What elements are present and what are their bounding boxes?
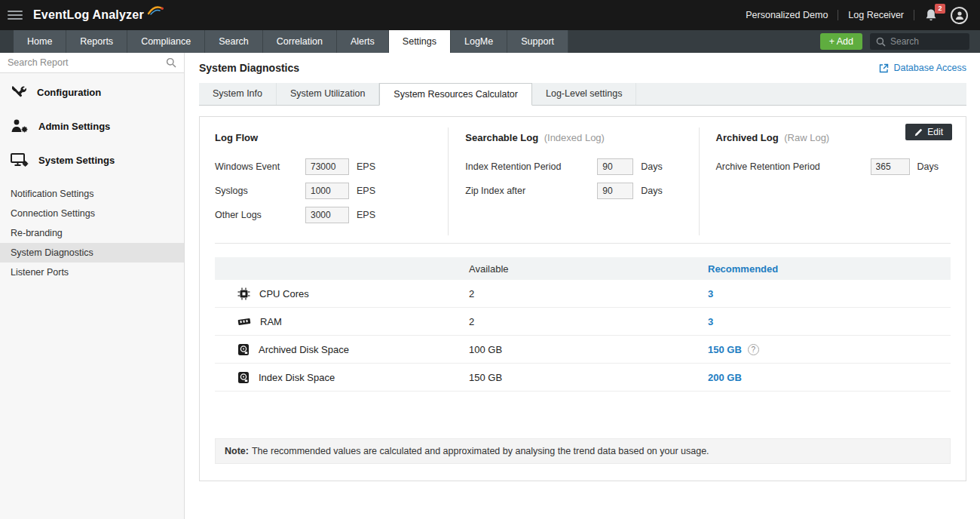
tab-system-resources-calculator[interactable]: System Resources Calculator	[379, 83, 532, 106]
search-icon	[876, 37, 886, 47]
notifications-bell-icon[interactable]: 2	[924, 7, 941, 23]
report-search-input[interactable]	[8, 57, 166, 68]
archive-retention-input[interactable]	[871, 158, 910, 175]
days-unit: Days	[917, 161, 939, 172]
search-icon	[166, 57, 176, 68]
pencil-icon	[914, 128, 923, 137]
disk-icon	[237, 371, 250, 384]
resources-calculator-panel: Edit Log Flow Windows Event EPS Syslogs …	[199, 116, 966, 481]
main-nav: Home Reports Compliance Search Correlati…	[0, 30, 980, 53]
recommended-value: 200 GB	[708, 372, 742, 383]
available-header: Available	[469, 263, 708, 275]
report-search[interactable]	[0, 53, 184, 73]
sidebar-section-label: Admin Settings	[38, 121, 110, 132]
topbar-divider	[838, 10, 838, 20]
table-row: RAM 2 3	[215, 308, 951, 336]
resources-table: Available Recommended CP	[215, 257, 951, 392]
available-value: 2	[469, 288, 708, 299]
table-row: Index Disk Space 150 GB 200 GB	[215, 364, 951, 392]
add-button[interactable]: + Add	[820, 33, 862, 50]
note-label: Note:	[225, 446, 249, 456]
user-avatar[interactable]	[951, 7, 968, 24]
searchable-log-title: Searchable Log	[465, 132, 538, 143]
main-content: System Diagnostics Database Access Syste…	[185, 53, 980, 519]
menu-icon[interactable]	[8, 11, 23, 20]
settings-tabstrip: System Info System Utilization System Re…	[199, 83, 966, 106]
days-unit: Days	[641, 186, 662, 196]
table-row: CPU Cores 2 3	[215, 280, 951, 308]
recommended-value: 3	[708, 288, 713, 299]
archived-log-subtitle: (Raw Log)	[784, 132, 829, 143]
recommended-value: 150 GB	[708, 344, 742, 355]
database-access-link[interactable]: Database Access	[879, 63, 966, 73]
sidebar-section-system-settings[interactable]: System Settings	[0, 145, 184, 175]
personalized-demo-label: Personalized Demo	[746, 10, 828, 20]
ram-icon	[237, 316, 251, 327]
external-link-icon	[879, 63, 889, 73]
global-search[interactable]	[870, 33, 969, 50]
nav-tab-search[interactable]: Search	[205, 30, 263, 53]
sidebar-item-listener-ports[interactable]: Listener Ports	[0, 263, 184, 282]
nav-tab-compliance[interactable]: Compliance	[127, 30, 205, 53]
edit-button[interactable]: Edit	[905, 124, 952, 140]
nav-tab-home[interactable]: Home	[14, 30, 66, 53]
nav-tab-correlation[interactable]: Correlation	[263, 30, 337, 53]
user-gear-icon	[11, 118, 29, 134]
searchable-log-subtitle: (Indexed Log)	[544, 132, 605, 143]
log-flow-title: Log Flow	[215, 132, 436, 143]
recommended-header: Recommended	[708, 263, 951, 275]
eps-unit: EPS	[357, 186, 375, 196]
log-receiver-link[interactable]: Log Receiver	[848, 10, 904, 20]
nav-tab-logme[interactable]: LogMe	[451, 30, 507, 53]
index-retention-label: Index Retention Period	[465, 161, 597, 172]
note-text: The recommended values are calculated an…	[252, 446, 709, 456]
notification-badge: 2	[935, 4, 945, 14]
sidebar-section-admin-settings[interactable]: Admin Settings	[0, 111, 184, 141]
available-value: 100 GB	[469, 344, 708, 355]
searchable-log-section: Searchable Log (Indexed Log) Index Reten…	[448, 127, 698, 235]
tab-system-info[interactable]: System Info	[199, 83, 277, 105]
archived-log-title: Archived Log	[716, 132, 779, 143]
eps-unit: EPS	[357, 161, 375, 172]
topbar-divider	[914, 10, 914, 20]
sidebar-section-configuration[interactable]: Configuration	[0, 77, 184, 107]
disk-icon	[237, 343, 250, 356]
top-bar: EventLog Analyzer Personalized Demo Log …	[0, 0, 980, 30]
windows-event-input[interactable]	[305, 158, 349, 175]
sidebar-item-notification-settings[interactable]: Notification Settings	[0, 184, 184, 204]
syslogs-label: Syslogs	[215, 186, 305, 196]
app-title: EventLog Analyzer	[33, 8, 144, 21]
eps-unit: EPS	[357, 210, 375, 220]
sidebar-section-label: Configuration	[37, 87, 101, 98]
nav-tab-support[interactable]: Support	[507, 30, 568, 53]
tab-system-utilization[interactable]: System Utilization	[277, 83, 379, 105]
row-label: RAM	[260, 316, 282, 327]
nav-tab-settings[interactable]: Settings	[389, 30, 451, 53]
available-value: 2	[469, 316, 708, 327]
global-search-input[interactable]	[890, 36, 960, 47]
nav-tab-alerts[interactable]: Alerts	[337, 30, 389, 53]
syslogs-input[interactable]	[305, 183, 349, 199]
available-value: 150 GB	[469, 372, 708, 383]
sidebar-item-re-branding[interactable]: Re-branding	[0, 223, 184, 243]
log-flow-section: Log Flow Windows Event EPS Syslogs EPS O…	[215, 127, 448, 235]
cpu-icon	[237, 287, 250, 300]
sidebar-section-label: System Settings	[38, 155, 115, 166]
table-header: Available Recommended	[215, 257, 951, 280]
sidebar: Configuration Admin Settings	[0, 53, 185, 519]
sidebar-item-system-diagnostics[interactable]: System Diagnostics	[0, 243, 184, 263]
table-row: Archived Disk Space 100 GB 150 GB ?	[215, 336, 951, 364]
help-icon[interactable]: ?	[748, 344, 759, 355]
other-logs-label: Other Logs	[215, 210, 305, 220]
note-bar: Note:The recommended values are calculat…	[215, 438, 951, 464]
index-retention-input[interactable]	[597, 158, 633, 175]
tools-icon	[11, 84, 27, 100]
logo-swoosh-icon	[147, 4, 164, 16]
other-logs-input[interactable]	[305, 207, 349, 223]
nav-tab-reports[interactable]: Reports	[66, 30, 127, 53]
row-label: Index Disk Space	[259, 372, 335, 383]
sidebar-item-connection-settings[interactable]: Connection Settings	[0, 204, 184, 223]
zip-index-input[interactable]	[597, 183, 633, 199]
tab-log-level-settings[interactable]: Log-Level settings	[532, 83, 636, 105]
windows-event-label: Windows Event	[215, 161, 305, 172]
